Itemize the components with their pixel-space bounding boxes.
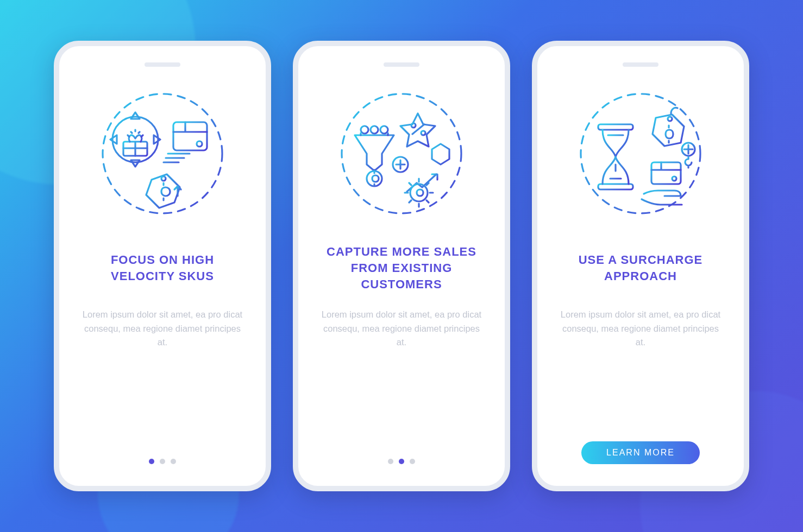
phone-speaker [384,62,419,67]
svg-point-7 [361,126,368,134]
svg-point-12 [421,131,425,135]
svg-point-8 [371,126,378,134]
screen-title: FOCUS ON HIGH VELOCITY SKUS [79,244,246,293]
page-dot[interactable] [149,459,154,464]
svg-point-21 [672,176,676,181]
phone-speaker [145,62,180,67]
svg-point-5 [161,176,166,181]
svg-point-4 [197,141,202,147]
svg-point-18 [668,117,672,121]
screen-title: CAPTURE MORE SALES FROM EXISTING CUSTOME… [318,244,485,293]
hourglass-surcharge-icon [570,83,711,224]
svg-point-9 [380,126,388,134]
svg-point-14 [410,184,428,201]
onboarding-screen-3: USE A SURCHARGE APPROACH Lorem ipsum dol… [532,41,749,491]
target-box-price-icon [92,83,233,224]
pagination-dots [59,459,266,464]
funnel-growth-icon [331,83,472,224]
onboarding-screen-2: CAPTURE MORE SALES FROM EXISTING CUSTOME… [293,41,510,491]
screen-body: Lorem ipsum dolor sit amet, ea pro dicat… [79,308,246,350]
svg-rect-16 [598,124,633,130]
screen-body: Lorem ipsum dolor sit amet, ea pro dicat… [557,308,724,350]
page-dot[interactable] [160,459,165,464]
svg-point-15 [581,94,700,213]
pagination-dots [298,459,505,464]
page-dot[interactable] [399,459,404,464]
phone-row: FOCUS ON HIGH VELOCITY SKUS Lorem ipsum … [54,41,749,491]
page-dot[interactable] [410,459,415,464]
svg-rect-17 [598,184,633,189]
screen-body: Lorem ipsum dolor sit amet, ea pro dicat… [318,308,485,350]
learn-more-button[interactable]: LEARN MORE [581,441,700,464]
screen-title: USE A SURCHARGE APPROACH [557,244,724,293]
svg-point-11 [411,123,416,128]
page-dot[interactable] [388,459,393,464]
phone-speaker [623,62,658,67]
page-dot[interactable] [171,459,176,464]
onboarding-screen-1: FOCUS ON HIGH VELOCITY SKUS Lorem ipsum … [54,41,271,491]
